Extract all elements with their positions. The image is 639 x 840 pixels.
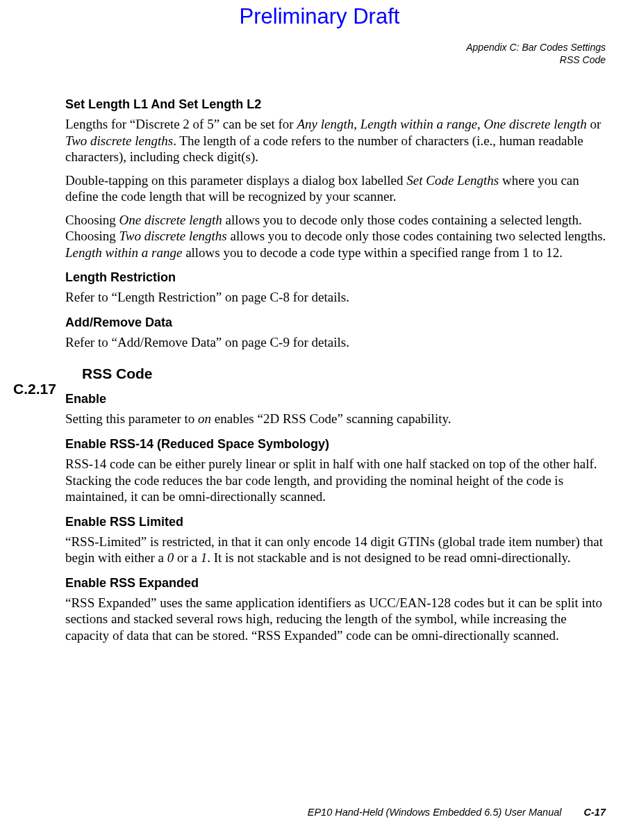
text: allows you to decode a code type within … <box>182 245 563 260</box>
watermark-draft: Preliminary Draft <box>0 4 639 29</box>
text: Choosing <box>65 213 119 227</box>
term-two-discrete: Two discrete lengths <box>65 133 173 148</box>
text: . It is not stackable and is not designe… <box>207 550 570 565</box>
term-on: on <box>198 411 211 426</box>
header-section: RSS Code <box>466 54 606 67</box>
term-one: 1 <box>201 550 208 565</box>
footer-page-number: C-17 <box>584 807 606 818</box>
para-set-length-3: Choosing One discrete length allows you … <box>65 212 607 261</box>
header-appendix: Appendix C: Bar Codes Settings <box>466 42 606 54</box>
heading-enable-rss14: Enable RSS-14 (Reduced Space Symbology) <box>65 437 607 452</box>
para-enable-rss14: RSS-14 code can be either purely linear … <box>65 456 607 505</box>
text: , <box>354 117 360 131</box>
running-header: Appendix C: Bar Codes Settings RSS Code <box>466 42 606 66</box>
para-length-restriction: Refer to “Length Restriction” on page C-… <box>65 289 607 306</box>
footer-manual-title: EP10 Hand-Held (Windows Embedded 6.5) Us… <box>308 807 562 818</box>
term-zero: 0 <box>167 550 174 565</box>
text: , <box>477 117 484 131</box>
text: Double-tapping on this parameter display… <box>65 173 406 188</box>
section-title-rss-code: RSS Code <box>82 365 607 382</box>
heading-set-length: Set Length L1 And Set Length L2 <box>65 97 607 112</box>
heading-enable: Enable <box>65 392 607 406</box>
text: allows you to decode only those codes co… <box>227 229 606 243</box>
page-footer: EP10 Hand-Held (Windows Embedded 6.5) Us… <box>0 807 639 818</box>
term-one-discrete-2: One discrete length <box>119 213 222 227</box>
term-set-code-lengths: Set Code Lengths <box>406 173 499 188</box>
heading-add-remove-data: Add/Remove Data <box>65 315 607 330</box>
para-enable-rss-limited: “RSS-Limited” is restricted, in that it … <box>65 534 607 566</box>
heading-enable-rss-limited: Enable RSS Limited <box>65 515 607 529</box>
para-enable: Setting this parameter to on enables “2D… <box>65 411 607 427</box>
term-length-range-2: Length within a range <box>65 245 182 260</box>
term-length-range: Length within a range <box>360 117 477 131</box>
text: or <box>587 117 601 131</box>
document-page: Preliminary Draft Appendix C: Bar Codes … <box>0 0 639 840</box>
text: Setting this parameter to <box>65 411 198 426</box>
term-any-length: Any length <box>297 117 354 131</box>
term-one-discrete: One discrete length <box>484 117 587 131</box>
para-set-length-1: Lengths for “Discrete 2 of 5” can be set… <box>65 116 607 165</box>
term-two-discrete-2: Two discrete lengths <box>119 229 227 243</box>
text: or a <box>174 550 201 565</box>
text: Lengths for “Discrete 2 of 5” can be set… <box>65 117 297 131</box>
para-set-length-2: Double-tapping on this parameter display… <box>65 172 607 205</box>
para-enable-rss-expanded: “RSS Expanded” uses the same application… <box>65 595 607 644</box>
page-content: Set Length L1 And Set Length L2 Lengths … <box>65 88 607 650</box>
heading-enable-rss-expanded: Enable RSS Expanded <box>65 576 607 591</box>
section-number: C.2.17 <box>13 381 56 397</box>
para-add-remove-data: Refer to “Add/Remove Data” on page C-9 f… <box>65 334 607 351</box>
text: enables “2D RSS Code” scanning capabilit… <box>211 411 451 426</box>
heading-length-restriction: Length Restriction <box>65 270 607 285</box>
